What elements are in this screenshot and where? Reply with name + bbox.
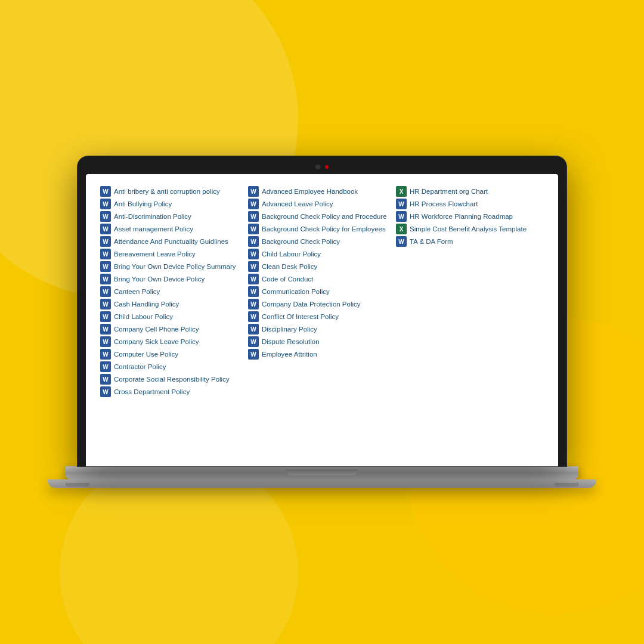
file-label: Company Data Protection Policy bbox=[262, 300, 361, 309]
list-item[interactable]: WAsset management Policy bbox=[100, 224, 242, 234]
file-label: Clean Desk Policy bbox=[262, 262, 317, 271]
file-label: Attendance And Punctuality Guidlines bbox=[114, 237, 228, 246]
word-icon: W bbox=[100, 261, 111, 272]
list-item[interactable]: WHR Workforce Planning Roadmap bbox=[396, 211, 538, 222]
file-label: Computer Use Policy bbox=[114, 350, 178, 359]
list-item[interactable]: WCode of Conduct bbox=[248, 274, 390, 284]
camera-bar bbox=[86, 165, 558, 174]
list-item[interactable]: WConflict Of Interest Policy bbox=[248, 311, 390, 322]
list-item[interactable]: WAnti Bullying Policy bbox=[100, 199, 242, 209]
word-icon: W bbox=[100, 199, 111, 209]
file-columns: WAnti bribery & anti corruption policyWA… bbox=[100, 186, 544, 454]
list-item[interactable]: WCompany Sick Leave Policy bbox=[100, 336, 242, 347]
list-item[interactable]: WBereavement Leave Policy bbox=[100, 249, 242, 259]
list-item[interactable]: XSimple Cost Benefit Analysis Template bbox=[396, 224, 538, 234]
laptop-wrapper: WAnti bribery & anti corruption policyWA… bbox=[48, 156, 596, 488]
word-icon: W bbox=[100, 224, 111, 234]
word-icon: W bbox=[100, 211, 111, 222]
word-icon: W bbox=[100, 324, 111, 335]
file-label: Advanced Leave Policy bbox=[262, 200, 333, 209]
word-icon: W bbox=[100, 349, 111, 360]
word-icon: W bbox=[100, 274, 111, 284]
word-icon: W bbox=[248, 324, 259, 335]
file-label: Company Cell Phone Policy bbox=[114, 325, 199, 334]
word-icon: W bbox=[248, 261, 259, 272]
list-item[interactable]: WCross Department Policy bbox=[100, 386, 242, 397]
file-label: Communication Policy bbox=[262, 287, 330, 296]
laptop-foot-right bbox=[555, 483, 578, 487]
list-item[interactable]: WCash Handling Policy bbox=[100, 299, 242, 309]
camera-lens bbox=[315, 165, 320, 169]
list-item[interactable]: WAdvanced Employee Handbook bbox=[248, 186, 390, 197]
word-icon: W bbox=[100, 286, 111, 297]
list-item[interactable]: WHR Process Flowchart bbox=[396, 199, 538, 209]
list-item[interactable]: WCompany Data Protection Policy bbox=[248, 299, 390, 309]
list-item[interactable]: WAdvanced Leave Policy bbox=[248, 199, 390, 209]
screen-content: WAnti bribery & anti corruption policyWA… bbox=[86, 174, 558, 466]
list-item[interactable]: WBring Your Own Device Policy bbox=[100, 274, 242, 284]
word-icon: W bbox=[248, 349, 259, 360]
list-item[interactable]: WTA & DA Form bbox=[396, 236, 538, 247]
laptop-screen-outer: WAnti bribery & anti corruption policyWA… bbox=[78, 156, 566, 466]
list-item[interactable]: WDispute Resolution bbox=[248, 336, 390, 347]
list-item[interactable]: WAnti-Discrimination Policy bbox=[100, 211, 242, 222]
file-label: Bring Your Own Device Policy Summary bbox=[114, 262, 236, 271]
file-label: Simple Cost Benefit Analysis Template bbox=[410, 225, 527, 234]
word-icon: W bbox=[100, 336, 111, 347]
list-item[interactable]: WCorporate Social Responsibility Policy bbox=[100, 374, 242, 385]
word-icon: W bbox=[396, 199, 407, 209]
list-item[interactable]: WDisciplinary Policy bbox=[248, 324, 390, 335]
list-item[interactable]: WEmployee Attrition bbox=[248, 349, 390, 360]
word-icon: W bbox=[248, 249, 259, 259]
list-item[interactable]: WAnti bribery & anti corruption policy bbox=[100, 186, 242, 197]
file-label: Cross Department Policy bbox=[114, 388, 190, 397]
list-item[interactable]: WContractor Policy bbox=[100, 361, 242, 372]
file-label: Child Labour Policy bbox=[262, 250, 321, 259]
laptop-notch bbox=[286, 469, 358, 475]
file-label: Dispute Resolution bbox=[262, 338, 320, 346]
list-item[interactable]: WComputer Use Policy bbox=[100, 349, 242, 360]
file-label: Contractor Policy bbox=[114, 363, 166, 371]
excel-icon: X bbox=[396, 224, 407, 234]
file-label: Bereavement Leave Policy bbox=[114, 250, 196, 259]
column-col3: XHR Department org ChartWHR Process Flow… bbox=[396, 186, 544, 454]
list-item[interactable]: WAttendance And Punctuality Guidlines bbox=[100, 236, 242, 247]
laptop-bottom bbox=[48, 479, 596, 488]
file-label: HR Process Flowchart bbox=[410, 200, 478, 209]
list-item[interactable]: WChild Labour Policy bbox=[100, 311, 242, 322]
file-label: Code of Conduct bbox=[262, 275, 313, 284]
file-label: Canteen Policy bbox=[114, 287, 160, 296]
laptop-base bbox=[66, 466, 578, 479]
file-label: TA & DA Form bbox=[410, 237, 453, 246]
word-icon: W bbox=[248, 311, 259, 322]
file-label: Corporate Social Responsibility Policy bbox=[114, 375, 230, 384]
list-item[interactable]: WBackground Check Policy and Procedure bbox=[248, 211, 390, 222]
column-col1: WAnti bribery & anti corruption policyWA… bbox=[100, 186, 248, 454]
file-label: Child Labour Policy bbox=[114, 312, 173, 321]
word-icon: W bbox=[248, 211, 259, 222]
word-icon: W bbox=[248, 224, 259, 234]
list-item[interactable]: WBring Your Own Device Policy Summary bbox=[100, 261, 242, 272]
list-item[interactable]: WCanteen Policy bbox=[100, 286, 242, 297]
word-icon: W bbox=[248, 286, 259, 297]
file-label: Background Check Policy for Employees bbox=[262, 225, 386, 234]
camera-dot bbox=[325, 165, 329, 169]
word-icon: W bbox=[396, 211, 407, 222]
file-label: Company Sick Leave Policy bbox=[114, 338, 199, 346]
word-icon: W bbox=[100, 299, 111, 309]
file-label: Advanced Employee Handbook bbox=[262, 187, 358, 196]
word-icon: W bbox=[248, 186, 259, 197]
list-item[interactable]: WBackground Check Policy bbox=[248, 236, 390, 247]
list-item[interactable]: WCompany Cell Phone Policy bbox=[100, 324, 242, 335]
file-label: HR Department org Chart bbox=[410, 187, 488, 196]
list-item[interactable]: XHR Department org Chart bbox=[396, 186, 538, 197]
word-icon: W bbox=[100, 374, 111, 385]
laptop-foot-left bbox=[66, 483, 89, 487]
list-item[interactable]: WBackground Check Policy for Employees bbox=[248, 224, 390, 234]
word-icon: W bbox=[248, 236, 259, 247]
word-icon: W bbox=[100, 236, 111, 247]
list-item[interactable]: WCommunication Policy bbox=[248, 286, 390, 297]
list-item[interactable]: WClean Desk Policy bbox=[248, 261, 390, 272]
list-item[interactable]: WChild Labour Policy bbox=[248, 249, 390, 259]
file-label: Conflict Of Interest Policy bbox=[262, 312, 339, 321]
